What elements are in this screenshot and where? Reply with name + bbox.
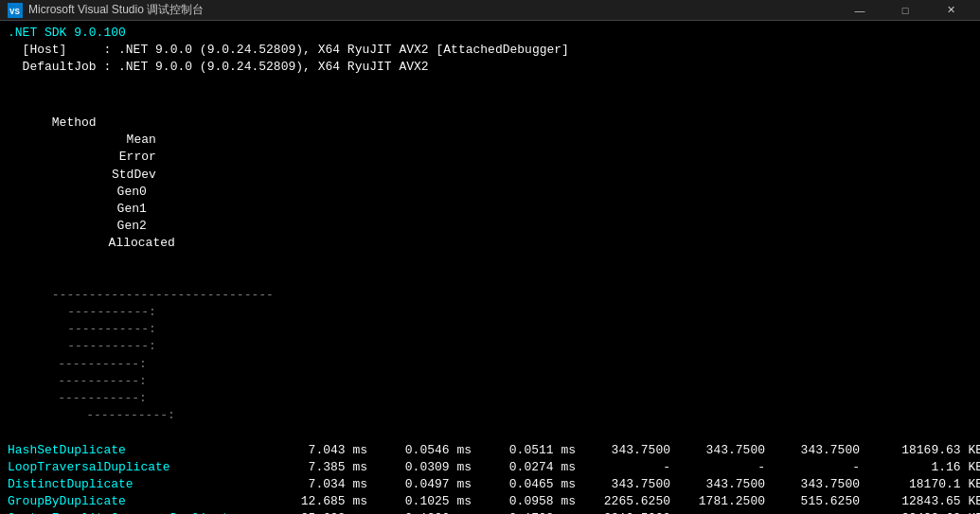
svg-text:VS: VS (9, 8, 20, 17)
table-row: DistinctDuplicate7.034 ms0.0497 ms0.0465… (8, 476, 972, 493)
table-data-rows: HashSetDuplicate7.043 ms0.0546 ms0.0511 … (8, 442, 972, 515)
maximize-button[interactable]: □ (883, 0, 927, 21)
benchmark-table: Method Mean Error StdDev Gen0 Gen1 Gen2 … (8, 97, 972, 514)
host-line: [Host] : .NET 9.0.0 (9.0.24.52809), X64 … (8, 42, 972, 59)
console-output: .NET SDK 9.0.100 [Host] : .NET 9.0.0 (9.… (0, 21, 980, 514)
window-title: Microsoft Visual Studio 调试控制台 (28, 2, 204, 18)
table-row: LoopTraversalDuplicate7.385 ms0.0309 ms0… (8, 459, 972, 476)
sdk-line: .NET SDK 9.0.100 (8, 25, 972, 42)
table-row: GroupByDuplicate12.685 ms0.1025 ms0.0958… (8, 493, 972, 510)
table-row: HashSetDuplicate7.043 ms0.0546 ms0.0511 … (8, 442, 972, 459)
table-header: Method Mean Error StdDev Gen0 Gen1 Gen2 … (8, 97, 972, 270)
title-bar: VS Microsoft Visual Studio 调试控制台 — □ ✕ (0, 0, 980, 21)
default-job-line: DefaultJob : .NET 9.0.0 (9.0.24.52809), … (8, 59, 972, 76)
table-separator: ------------------------------ ---------… (8, 270, 972, 442)
title-bar-left: VS Microsoft Visual Studio 调试控制台 (8, 2, 204, 18)
app-icon: VS (8, 3, 23, 18)
close-button[interactable]: ✕ (929, 0, 972, 21)
minimize-button[interactable]: — (838, 0, 882, 21)
table-row: CustomEqualityComparerDuplicate25.608 ms… (8, 510, 972, 514)
window-controls: — □ ✕ (838, 0, 972, 21)
